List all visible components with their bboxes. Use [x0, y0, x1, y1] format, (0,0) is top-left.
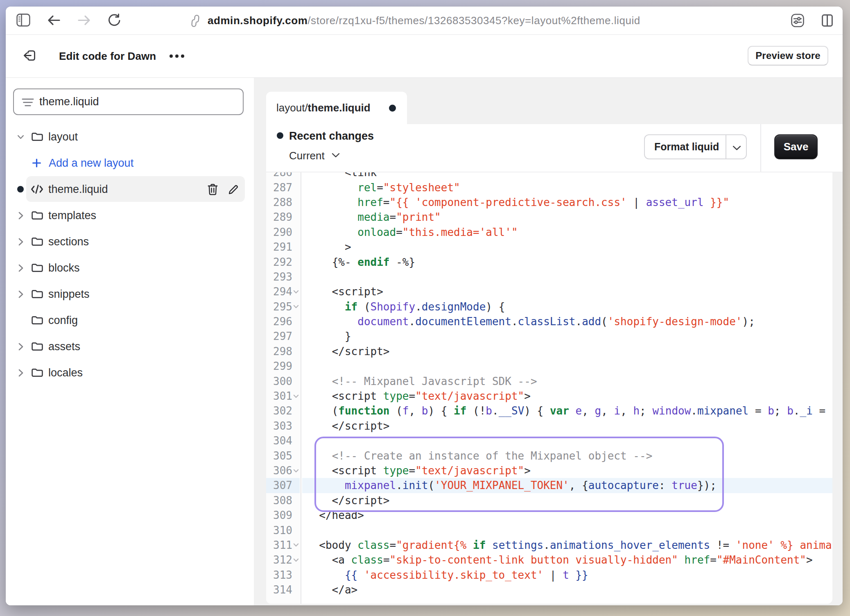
add-layout-action[interactable]: Add a new layout — [6, 150, 254, 176]
file-tree: layoutAdd a new layouttheme.liquidtempla… — [6, 124, 254, 386]
toolbar-separator — [760, 124, 761, 172]
rename-file-icon[interactable] — [227, 183, 240, 196]
chevron-right-icon[interactable] — [17, 343, 24, 350]
code-line-314[interactable]: </a> — [302, 582, 832, 597]
folder-item-snippets[interactable]: snippets — [6, 281, 254, 307]
folder-label: templates — [48, 209, 96, 222]
folder-label: snippets — [48, 288, 90, 301]
line-number-300: 300 — [266, 374, 300, 388]
code-line-304[interactable] — [302, 433, 832, 448]
code-line-308[interactable]: </script> — [302, 493, 832, 508]
browser-toolbar: admin.shopify.com/store/rzq1xu-f5/themes… — [6, 7, 843, 35]
code-line-292[interactable]: {%- endif -%} — [302, 254, 832, 269]
folder-item-assets[interactable]: assets — [6, 333, 254, 360]
unsaved-dot — [389, 104, 396, 111]
folder-item-locales[interactable]: locales — [6, 360, 254, 386]
folder-label: sections — [48, 236, 89, 248]
recent-changes-label: Recent changes — [289, 130, 374, 143]
folder-label: layout — [48, 131, 78, 143]
sidebar-toggle-icon[interactable] — [16, 14, 30, 27]
fold-icon[interactable] — [293, 394, 299, 398]
app-body: theme.liquid layoutAdd a new layouttheme… — [6, 78, 843, 605]
folder-item-sections[interactable]: sections — [6, 229, 254, 255]
editor-toolbar: Recent changes Current Format liquid Sav… — [266, 124, 843, 172]
code-line-290[interactable]: onload="this.media='all'" — [302, 225, 832, 240]
line-number-314: 314 — [266, 582, 300, 597]
folder-icon — [31, 211, 43, 220]
preview-store-button[interactable]: Preview store — [748, 46, 828, 66]
fold-icon[interactable] — [293, 290, 299, 294]
code-line-307[interactable]: mixpanel.init('YOUR_MIXPANEL_TOKEN', {au… — [302, 478, 832, 493]
line-number-305: 305 — [266, 448, 300, 463]
code-line-303[interactable]: </script> — [302, 419, 832, 433]
exit-icon[interactable] — [23, 49, 36, 62]
chevron-down-icon[interactable] — [17, 134, 24, 140]
code-line-291[interactable]: > — [302, 240, 832, 254]
chevron-right-icon[interactable] — [17, 212, 24, 219]
code-line-299[interactable] — [302, 359, 832, 374]
code-line-312[interactable]: <a class="skip-to-content-link button vi… — [302, 553, 832, 567]
forward-icon[interactable] — [78, 15, 91, 25]
back-icon[interactable] — [47, 15, 60, 25]
code-line-302[interactable]: (function (f, b) { if (!b.__SV) { var e,… — [302, 403, 832, 418]
page-settings-icon[interactable] — [791, 14, 804, 27]
fold-icon[interactable] — [293, 469, 299, 473]
search-value: theme.liquid — [39, 95, 99, 108]
version-select[interactable]: Current — [289, 149, 325, 162]
code-line-311[interactable]: <body class="gradient{% if settings.anim… — [302, 538, 832, 553]
folder-item-layout[interactable]: layout — [6, 124, 254, 150]
code-line-294[interactable]: <script> — [302, 284, 832, 299]
file-label: theme.liquid — [48, 183, 108, 196]
folder-icon — [31, 368, 43, 378]
code-editor[interactable]: 2862872882892902912922932942952962972982… — [266, 172, 832, 604]
line-number-303: 303 — [266, 419, 300, 433]
folder-item-blocks[interactable]: blocks — [6, 255, 254, 281]
save-button[interactable]: Save — [774, 134, 818, 159]
code-line-300[interactable]: <!-- Mixpanel Javascript SDK --> — [302, 374, 832, 388]
more-actions-button[interactable] — [170, 48, 184, 64]
code-line-288[interactable]: href="{{ 'component-predictive-search.cs… — [302, 195, 832, 210]
code-line-293[interactable] — [302, 270, 832, 284]
delete-file-icon[interactable] — [206, 183, 219, 196]
code-line-298[interactable]: </script> — [302, 344, 832, 359]
folder-item-templates[interactable]: templates — [6, 202, 254, 229]
line-number-302: 302 — [266, 403, 300, 418]
folder-icon — [31, 237, 43, 247]
fold-icon[interactable] — [293, 305, 299, 308]
format-liquid-button[interactable]: Format liquid — [644, 134, 747, 159]
line-number-312: 312 — [266, 553, 300, 567]
fold-icon[interactable] — [293, 543, 299, 547]
code-line-297[interactable]: } — [302, 329, 832, 344]
code-line-301[interactable]: <script type="text/javascript"> — [302, 389, 832, 403]
reload-icon[interactable] — [107, 14, 121, 27]
line-number-307: 307 — [266, 478, 300, 493]
link-icon — [189, 15, 201, 27]
code-line-305[interactable]: <!-- Create an instance of the Mixpanel … — [302, 448, 832, 463]
code-line-289[interactable]: media="print" — [302, 210, 832, 224]
code-line-295[interactable]: if (Shopify.designMode) { — [302, 299, 832, 314]
code-line-306[interactable]: <script type="text/javascript"> — [302, 463, 832, 478]
line-number-289: 289 — [266, 210, 300, 224]
code-line-310[interactable] — [302, 523, 832, 537]
code-line-287[interactable]: rel="stylesheet" — [302, 180, 832, 195]
code-line-296[interactable]: document.documentElement.classList.add('… — [302, 314, 832, 329]
code-line-313[interactable]: {{ 'accessibility.skip_to_text' | t }} — [302, 568, 832, 582]
folder-item-config[interactable]: config — [6, 307, 254, 333]
file-item-theme.liquid[interactable]: theme.liquid — [6, 176, 254, 202]
line-number-295: 295 — [266, 299, 300, 314]
chevron-right-icon[interactable] — [17, 238, 24, 245]
split-view-icon[interactable] — [822, 14, 833, 27]
line-number-297: 297 — [266, 329, 300, 344]
code-line-286[interactable]: <link — [302, 172, 832, 180]
line-number-288: 288 — [266, 195, 300, 210]
chevron-right-icon[interactable] — [17, 369, 24, 376]
recent-changes-dot — [277, 132, 283, 139]
chevron-right-icon[interactable] — [17, 291, 24, 298]
tab-theme-liquid[interactable]: layout/theme.liquid — [266, 92, 407, 124]
fold-icon[interactable] — [293, 558, 299, 562]
chevron-right-icon[interactable] — [17, 265, 24, 272]
url-bar[interactable]: admin.shopify.com/store/rzq1xu-f5/themes… — [189, 7, 640, 35]
code-line-309[interactable]: </head> — [302, 508, 832, 523]
chevron-down-icon[interactable] — [732, 145, 741, 151]
file-search-input[interactable]: theme.liquid — [13, 88, 244, 115]
